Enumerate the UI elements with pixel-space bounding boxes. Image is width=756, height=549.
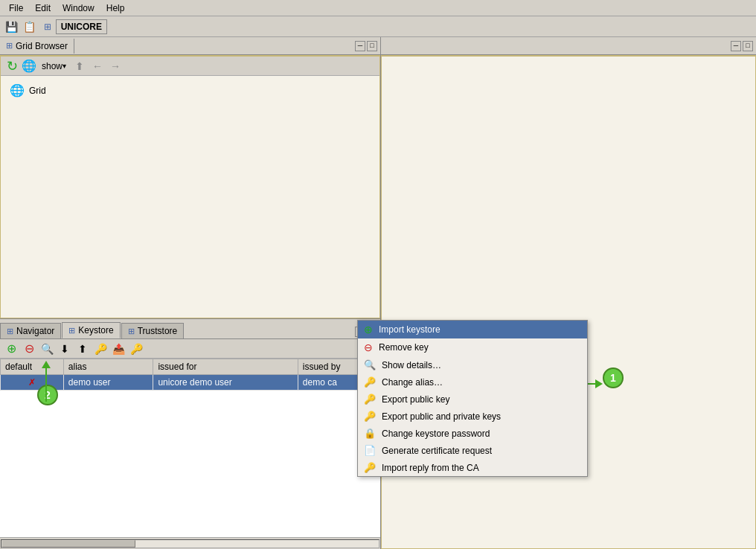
ks-remove-button[interactable]: ⊖	[21, 341, 37, 357]
export-public-key-label: Export public key	[382, 394, 449, 405]
import-keystore-label: Import keystore	[379, 324, 441, 335]
keystore-tab-icon: ⊞	[68, 326, 75, 336]
change-password-label: Change keystore password	[382, 428, 490, 439]
grid-browser-controls: ─ □	[355, 41, 380, 51]
navigator-tab-icon: ⊞	[7, 327, 13, 336]
show-label: show	[42, 61, 63, 71]
callout-2-label: 2	[45, 389, 51, 401]
keystore-tab-label: Keystore	[78, 325, 113, 336]
tab-navigator[interactable]: ⊞ Navigator	[0, 323, 61, 338]
upload-button[interactable]: ⬆	[71, 58, 88, 74]
truststore-tab-label: Truststore	[138, 326, 178, 336]
ks-export-button[interactable]: 📤	[110, 341, 126, 357]
col-issued-for: issued for	[153, 359, 298, 375]
remove-key-label: Remove key	[379, 342, 429, 353]
keystore-data-table: default alias issued for issued by ✗ dem…	[0, 359, 380, 391]
import2-icon: ⬆	[78, 343, 87, 355]
menu-file[interactable]: File	[3, 1, 29, 15]
show-icon: 🌐	[22, 59, 36, 73]
menu-item-export-both-keys[interactable]: 🔑 Export public and private keys	[358, 408, 587, 425]
grid-item-grid[interactable]: 🌐 Grid	[7, 82, 374, 99]
back-button[interactable]: ←	[89, 58, 106, 74]
menu-item-show-details[interactable]: 🔍 Show details…	[358, 356, 587, 373]
ks-import1-button[interactable]: ⬇	[57, 341, 73, 357]
import-ca-reply-icon: 🔑	[364, 462, 376, 473]
menu-edit[interactable]: Edit	[29, 1, 57, 15]
grid-icon: ⊞	[44, 22, 51, 32]
grid-browser-maximize[interactable]: □	[367, 41, 377, 51]
export-icon: 📤	[112, 343, 125, 355]
keystore-table: default alias issued for issued by ✗ dem…	[0, 359, 380, 537]
export-both-keys-label: Export public and private keys	[382, 411, 501, 422]
copy-button[interactable]: 📋	[21, 19, 37, 35]
key1-icon: 🔑	[94, 343, 107, 355]
remove-icon: ⊖	[25, 341, 34, 356]
export-both-keys-icon: 🔑	[364, 411, 376, 422]
ks-key2-button[interactable]: 🔑	[128, 341, 144, 357]
horizontal-scrollbar[interactable]	[0, 537, 380, 549]
unicore-button[interactable]: UNICORE	[56, 19, 107, 34]
grid-browser-panel: ↻ 🌐 show ▾ ⬆ ← → 🌐	[0, 55, 380, 318]
refresh-button[interactable]: ↻	[4, 58, 20, 74]
keystore-toolbar: ⊕ ⊖ 🔍 ⬇ ⬆ 🔑 📤	[0, 339, 380, 359]
show-details-label: Show details…	[382, 360, 441, 370]
x-mark-icon: ✗	[28, 377, 36, 388]
ks-add-button[interactable]: ⊕	[3, 341, 19, 357]
menu-item-import-keystore[interactable]: ⊕ Import keystore	[358, 321, 587, 338]
scrollbar-track[interactable]	[1, 539, 379, 548]
add-icon: ⊕	[7, 341, 16, 356]
truststore-tab-icon: ⊞	[128, 327, 135, 336]
grid-browser-minimize[interactable]: ─	[355, 41, 365, 51]
menu-item-gen-cert-request[interactable]: 📄 Generate certificate request	[358, 442, 587, 459]
left-panel: ⊞ Grid Browser ─ □ ↻ 🌐 show ▾ ⬆	[0, 37, 381, 549]
right-panel-controls: ─ □	[731, 41, 756, 51]
save-button[interactable]: 💾	[3, 19, 19, 35]
menu-item-import-ca-reply[interactable]: 🔑 Import reply from the CA	[358, 459, 587, 476]
right-panel-maximize[interactable]: □	[743, 41, 753, 51]
right-panel-header: ─ □	[381, 37, 756, 55]
tabs-container: ⊞ Navigator ⊞ Keystore ⊞ Truststore	[0, 321, 352, 338]
table-row[interactable]: ✗ demo user unicore demo user demo ca	[1, 375, 380, 391]
gen-cert-label: Generate certificate request	[382, 446, 492, 456]
col-alias: alias	[63, 359, 153, 375]
bottom-panel: ⊞ Navigator ⊞ Keystore ⊞ Truststore ─ □	[0, 318, 380, 549]
tab-truststore[interactable]: ⊞ Truststore	[121, 323, 185, 338]
unicore-label: UNICORE	[61, 22, 102, 32]
menu-item-remove-key[interactable]: ⊖ Remove key	[358, 338, 587, 356]
ks-import2-button[interactable]: ⬆	[74, 341, 91, 357]
right-panel-minimize[interactable]: ─	[731, 41, 741, 51]
change-password-icon: 🔒	[364, 428, 376, 439]
menu-help[interactable]: Help	[100, 1, 131, 15]
col-default: default	[1, 359, 64, 375]
grid-toolbar: ↻ 🌐 show ▾ ⬆ ← →	[1, 57, 379, 76]
show-chevron-icon: ▾	[63, 62, 66, 70]
import1-icon: ⬇	[60, 343, 69, 355]
scrollbar-thumb[interactable]	[1, 540, 135, 548]
callout-2: 2	[37, 385, 58, 405]
menu-item-change-alias[interactable]: 🔑 Change alias…	[358, 373, 587, 391]
remove-key-icon: ⊖	[364, 341, 373, 353]
ks-search-button[interactable]: 🔍	[39, 341, 55, 357]
navigator-tab-label: Navigator	[16, 326, 54, 336]
grid-item-label: Grid	[29, 86, 46, 96]
menu-window[interactable]: Window	[57, 1, 100, 15]
menu-item-export-public-key[interactable]: 🔑 Export public key	[358, 391, 587, 408]
export-public-key-icon: 🔑	[364, 394, 376, 405]
change-alias-label: Change alias…	[382, 377, 443, 388]
callout-1-label: 1	[610, 372, 616, 384]
cell-issued-for: unicore demo user	[153, 375, 298, 391]
cell-alias: demo user	[63, 375, 153, 391]
show-dropdown-button[interactable]: show ▾	[38, 60, 70, 73]
import-ca-reply-label: Import reply from the CA	[382, 463, 479, 473]
gen-cert-icon: 📄	[364, 445, 376, 456]
context-menu: ⊕ Import keystore ⊖ Remove key 🔍 Show de…	[357, 320, 588, 477]
callout-1: 1	[603, 367, 624, 388]
menu-item-change-password[interactable]: 🔒 Change keystore password	[358, 425, 587, 442]
grid-browser-tab: ⊞ Grid Browser	[0, 39, 74, 54]
ks-key1-button[interactable]: 🔑	[92, 341, 109, 357]
grid-browser-title: Grid Browser	[16, 41, 68, 51]
menubar: File Edit Window Help	[0, 0, 756, 16]
forward-button[interactable]: →	[107, 58, 124, 74]
show-details-icon: 🔍	[364, 359, 376, 370]
tab-keystore[interactable]: ⊞ Keystore	[62, 322, 120, 338]
